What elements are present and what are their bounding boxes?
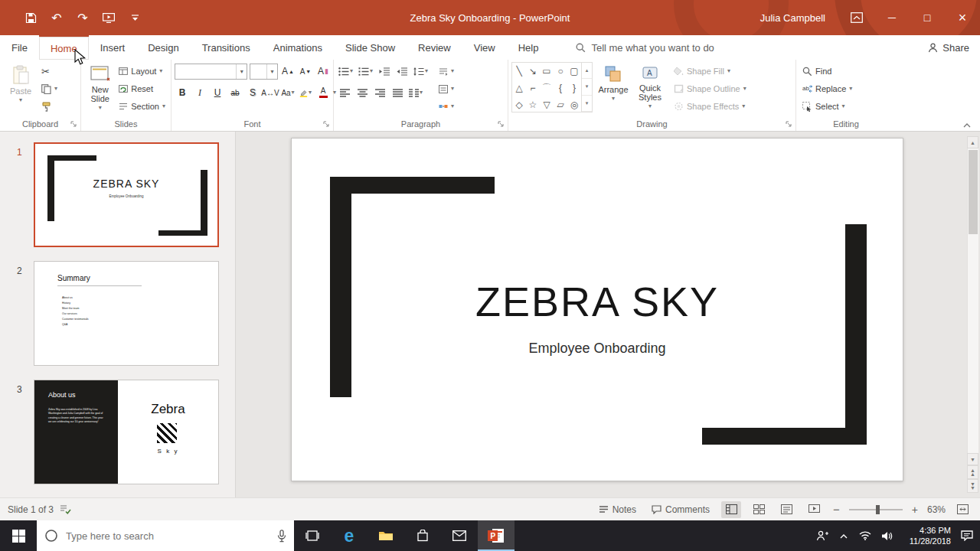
slideshow-view-button[interactable] [804, 501, 824, 518]
edge-browser-button[interactable]: e [331, 520, 368, 551]
drawing-dialog-launcher[interactable] [784, 119, 793, 129]
quick-styles-button[interactable]: A Quick Styles ▾ [634, 62, 666, 117]
paste-button[interactable]: Paste ▾ [3, 62, 38, 117]
maximize-button[interactable]: □ [910, 0, 945, 35]
clipboard-dialog-launcher[interactable] [69, 119, 78, 129]
paste-dropdown-icon[interactable]: ▾ [19, 97, 22, 103]
task-view-button[interactable] [294, 520, 331, 551]
tab-transitions[interactable]: Transitions [191, 35, 262, 60]
ribbon-display-options-icon[interactable] [839, 0, 874, 35]
signed-in-user[interactable]: Julia Campbell [746, 0, 839, 35]
shape-arrow-icon[interactable]: ↘ [526, 63, 540, 80]
convert-to-smartart-button[interactable]: ▾ [436, 98, 457, 115]
comments-button[interactable]: Comments [648, 503, 714, 517]
network-icon[interactable] [854, 520, 876, 551]
tab-file[interactable]: File [0, 35, 39, 60]
text-shadow-button[interactable]: S [245, 85, 260, 101]
zoom-slider-thumb[interactable] [876, 505, 880, 514]
fit-slide-to-window-button[interactable] [953, 503, 972, 516]
slide-indicator[interactable]: Slide 1 of 3 [8, 504, 54, 515]
italic-button[interactable]: I [192, 85, 207, 101]
start-from-beginning-icon[interactable] [101, 10, 116, 25]
font-dialog-launcher[interactable] [322, 119, 331, 129]
justify-button[interactable] [390, 85, 405, 101]
new-slide-button[interactable]: New Slide ▾ [84, 62, 116, 117]
select-button[interactable]: Select▾ [799, 98, 855, 115]
shape-effects-button[interactable]: Shape Effects▾ [671, 98, 750, 115]
zoom-percentage[interactable]: 63% [927, 504, 946, 515]
font-color-button[interactable]: A [315, 85, 331, 101]
shapes-gallery-more-icon[interactable]: ▾ [582, 96, 592, 112]
shape-oval-icon[interactable]: ○ [554, 63, 567, 80]
scroll-down-icon[interactable]: ▼ [967, 453, 978, 465]
file-explorer-button[interactable] [368, 520, 404, 551]
shape-down-triangle-icon[interactable]: ▽ [540, 96, 554, 113]
scroll-up-icon[interactable]: ▲ [967, 136, 978, 148]
search-input[interactable] [66, 530, 270, 542]
reading-view-button[interactable] [776, 501, 796, 518]
tab-view[interactable]: View [462, 35, 507, 60]
shapes-gallery-scrollbar[interactable]: ▴ ▾ ▾ [581, 63, 592, 112]
strikethrough-button[interactable]: ab [227, 85, 243, 101]
character-spacing-button[interactable]: A↔V [263, 85, 278, 101]
close-button[interactable]: × [945, 0, 980, 35]
action-center-button[interactable] [954, 520, 980, 551]
increase-indent-button[interactable] [394, 64, 410, 80]
microsoft-store-button[interactable] [404, 520, 441, 551]
numbering-button[interactable]: ▾ [357, 64, 374, 80]
slide-canvas[interactable]: ZEBRA SKY Employee Onboarding [291, 138, 903, 481]
increase-font-size-button[interactable]: A▲ [280, 64, 296, 80]
align-right-button[interactable] [372, 85, 387, 101]
hidden-icons-chevron[interactable] [833, 520, 854, 551]
section-button[interactable]: Section▾ [116, 98, 168, 115]
zoom-slider[interactable] [849, 509, 903, 510]
decrease-font-size-button[interactable]: A▼ [298, 64, 313, 80]
slide-subtitle-placeholder[interactable]: Employee Onboarding [292, 341, 903, 357]
font-size-combobox[interactable]: ▾ [250, 64, 278, 80]
align-center-button[interactable] [354, 85, 370, 101]
editor-vertical-scrollbar[interactable]: ▲ ▼ ▲▲ ▼▼ [967, 136, 978, 493]
shape-right-triangle-icon[interactable]: ⌐ [526, 80, 540, 96]
undo-icon[interactable]: ↶ [49, 10, 64, 25]
shapes-scroll-up-icon[interactable]: ▴ [582, 63, 592, 79]
people-icon[interactable] [812, 520, 833, 551]
tab-design[interactable]: Design [136, 35, 190, 60]
slide-sorter-view-button[interactable] [749, 501, 769, 518]
shape-left-brace-icon[interactable]: { [554, 80, 567, 96]
tab-help[interactable]: Help [507, 35, 550, 60]
paragraph-dialog-launcher[interactable] [496, 119, 505, 129]
change-case-button[interactable]: Aa▾ [280, 85, 296, 101]
microphone-icon[interactable] [277, 530, 286, 543]
tab-animations[interactable]: Animations [262, 35, 334, 60]
mail-button[interactable] [441, 520, 478, 551]
shape-right-brace-icon[interactable]: } [567, 80, 581, 96]
proofing-icon[interactable] [60, 504, 71, 514]
next-slide-icon[interactable]: ▼▼ [967, 479, 978, 493]
shape-rectangle-icon[interactable]: ▭ [540, 63, 554, 80]
shape-rounded-rectangle-icon[interactable]: ▢ [567, 63, 581, 80]
columns-button[interactable]: ▾ [407, 85, 424, 101]
zoom-out-button[interactable]: − [831, 503, 841, 516]
clear-formatting-button[interactable]: A▮ [315, 64, 331, 80]
text-direction-button[interactable]: ▾ [436, 63, 457, 80]
find-button[interactable]: Find [799, 63, 855, 80]
line-spacing-button[interactable]: ▾ [412, 64, 430, 80]
shape-outline-button[interactable]: Shape Outline▾ [671, 80, 750, 97]
taskbar-clock[interactable]: 4:36 PM 11/28/2018 [897, 520, 954, 551]
start-button[interactable] [0, 520, 37, 551]
customize-qat-icon[interactable] [127, 10, 142, 25]
shape-parallelogram-icon[interactable]: ▱ [554, 96, 567, 113]
share-button[interactable]: Share [928, 35, 969, 60]
shape-line-icon[interactable]: ╲ [512, 63, 526, 80]
layout-button[interactable]: Layout▾ [116, 63, 168, 80]
reset-button[interactable]: Reset [116, 80, 168, 97]
tab-home[interactable]: Home [39, 35, 89, 60]
align-left-button[interactable] [337, 85, 352, 101]
tell-me-search[interactable]: Tell me what you want to do [576, 35, 714, 60]
slide-3-thumbnail[interactable]: About us Zebra Sky was established in 20… [34, 380, 219, 484]
normal-view-button[interactable] [721, 501, 741, 518]
tab-review[interactable]: Review [407, 35, 462, 60]
previous-slide-icon[interactable]: ▲▲ [967, 465, 978, 479]
slide-title-placeholder[interactable]: ZEBRA SKY [292, 278, 903, 325]
minimize-button[interactable]: ─ [874, 0, 910, 35]
